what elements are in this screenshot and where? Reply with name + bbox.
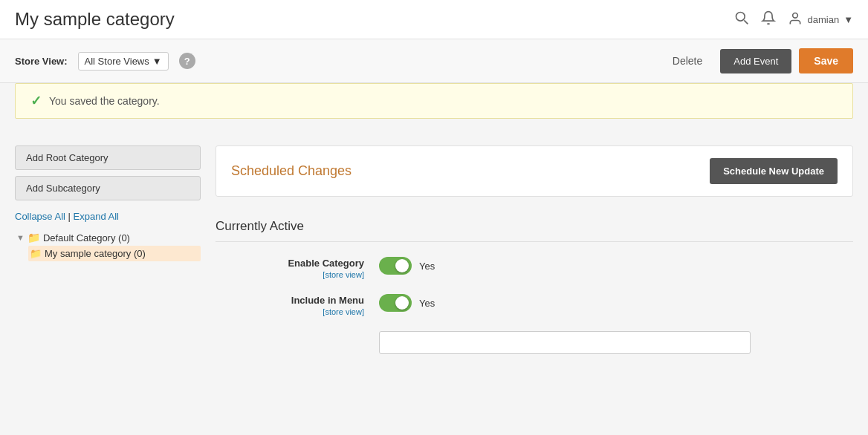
top-header: My sample category damian ▼	[0, 0, 868, 39]
name-field-row	[216, 331, 853, 354]
success-check-icon: ✓	[30, 93, 42, 109]
success-text: You saved the category.	[49, 95, 160, 107]
include-in-menu-label: Include in Menu	[291, 295, 364, 306]
user-area[interactable]: damian ▼	[788, 11, 853, 28]
svg-point-0	[736, 12, 745, 21]
currently-active-section: Currently Active Enable Category [store …	[216, 212, 853, 376]
scheduled-changes-header: Scheduled Changes Schedule New Update	[216, 146, 852, 196]
enable-category-field-row: Enable Category [store view] Yes	[216, 257, 853, 279]
folder-icon-default: 📁	[27, 232, 40, 243]
content-area: Add Root Category Add Subcategory Collap…	[0, 131, 868, 391]
tree-item-sample-category[interactable]: 📁 My sample category (0)	[28, 246, 201, 261]
success-message: ✓ You saved the category.	[15, 83, 853, 119]
svg-line-1	[745, 20, 748, 24]
save-button[interactable]: Save	[799, 48, 853, 73]
enable-category-label-group: Enable Category [store view]	[230, 257, 379, 279]
name-input[interactable]	[379, 331, 751, 354]
folder-icon-sample: 📁	[30, 248, 42, 259]
help-symbol: ?	[184, 56, 190, 67]
enable-category-control: Yes	[379, 257, 435, 275]
add-subcategory-button[interactable]: Add Subcategory	[15, 176, 201, 200]
page-title: My sample category	[15, 9, 175, 30]
category-tree: ▼ 📁 Default Category (0) 📁 My sample cat…	[15, 229, 201, 261]
main-content: Scheduled Changes Schedule New Update Cu…	[216, 145, 853, 376]
header-actions: damian ▼	[734, 10, 853, 29]
store-view-value: All Store Views	[85, 56, 149, 67]
include-in-menu-label-group: Include in Menu [store view]	[230, 294, 379, 316]
tree-label-default: Default Category (0)	[43, 232, 130, 243]
user-chevron-icon: ▼	[843, 14, 853, 25]
currently-active-title: Currently Active	[216, 219, 853, 242]
add-root-category-button[interactable]: Add Root Category	[15, 145, 201, 170]
include-in-menu-value: Yes	[419, 298, 435, 309]
collapse-expand-links: Collapse All | Expand All	[15, 211, 201, 222]
tree-expand-icon: ▼	[16, 233, 25, 242]
toolbar-right: Delete Add Event Save	[662, 48, 853, 73]
tree-item-default-category[interactable]: ▼ 📁 Default Category (0)	[15, 229, 201, 246]
scheduled-changes-title: Scheduled Changes	[231, 163, 352, 179]
enable-category-value: Yes	[419, 261, 435, 272]
include-in-menu-control: Yes	[379, 294, 435, 312]
help-icon[interactable]: ?	[179, 53, 195, 69]
enable-category-toggle[interactable]	[379, 257, 412, 275]
sidebar: Add Root Category Add Subcategory Collap…	[15, 145, 216, 376]
collapse-all-link[interactable]: Collapse All	[15, 211, 65, 222]
tree-label-sample: My sample category (0)	[45, 248, 146, 259]
toolbar: Store View: All Store Views ▼ ? Delete A…	[0, 39, 868, 83]
username-label: damian	[807, 14, 839, 25]
search-icon[interactable]	[734, 10, 749, 29]
user-icon	[788, 11, 803, 28]
delete-button[interactable]: Delete	[662, 49, 713, 73]
name-field-control	[379, 331, 751, 354]
enable-category-sublabel: [store view]	[230, 270, 364, 279]
include-in-menu-field-row: Include in Menu [store view] Yes	[216, 294, 853, 316]
add-event-button[interactable]: Add Event	[720, 49, 791, 73]
bell-icon[interactable]	[761, 10, 776, 29]
svg-point-2	[793, 13, 798, 18]
scheduled-changes-box: Scheduled Changes Schedule New Update	[216, 145, 853, 197]
store-view-dropdown[interactable]: All Store Views ▼	[78, 52, 169, 71]
enable-category-label: Enable Category	[288, 258, 364, 269]
pipe-separator: |	[65, 211, 74, 222]
expand-all-link[interactable]: Expand All	[74, 211, 119, 222]
store-view-label: Store View:	[15, 56, 68, 67]
schedule-new-update-button[interactable]: Schedule New Update	[710, 158, 838, 184]
include-in-menu-toggle[interactable]	[379, 294, 412, 312]
include-in-menu-sublabel: [store view]	[230, 307, 364, 316]
store-view-chevron-icon: ▼	[152, 56, 162, 67]
tree-children: 📁 My sample category (0)	[28, 246, 201, 261]
